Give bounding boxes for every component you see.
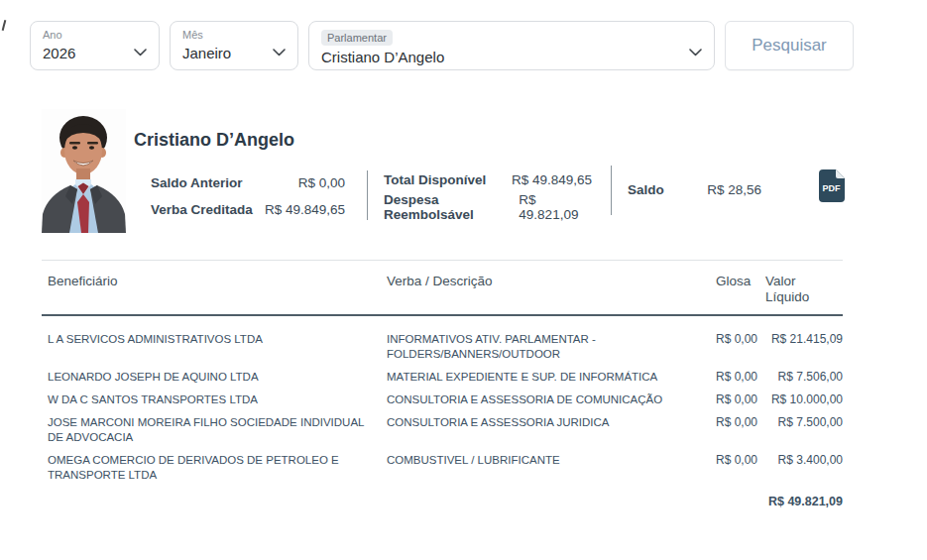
- summary-divider: [367, 170, 368, 220]
- table-row: L A SERVICOS ADMINISTRATIVOS LTDA INFORM…: [48, 328, 843, 366]
- search-button[interactable]: Pesquisar: [725, 21, 854, 70]
- filter-bar: Ano 2026 Mês Janeiro Parlamentar Cristia…: [30, 21, 854, 70]
- expense-report-page: Ano 2026 Mês Janeiro Parlamentar Cristia…: [0, 0, 927, 560]
- pdf-icon: PDF: [819, 169, 845, 202]
- month-select[interactable]: Mês Janeiro: [170, 21, 298, 70]
- saldo-anterior-value: R$ 0,00: [298, 175, 345, 190]
- cell-valor: R$ 7.506,00: [765, 370, 843, 385]
- table-row: W DA C SANTOS TRANSPORTES LTDA CONSULTOR…: [48, 389, 843, 411]
- year-select-value: 2026: [43, 44, 129, 63]
- saldo-label: Saldo: [628, 182, 664, 197]
- table-header: Beneficiário Verba / Descrição Glosa Val…: [42, 260, 843, 316]
- parliamentarian-photo: [42, 109, 126, 233]
- header-valor: Valor Líquido: [765, 274, 823, 305]
- summary-row: Verba Creditada R$ 49.849,65: [151, 196, 345, 223]
- header-beneficiario: Beneficiário: [48, 274, 387, 305]
- chevron-down-icon: [134, 43, 147, 60]
- table-row: JOSE MARCONI MOREIRA FILHO SOCIEDADE IND…: [48, 411, 843, 449]
- month-select-value: Janeiro: [182, 44, 268, 63]
- cell-glosa: R$ 0,00: [716, 370, 765, 385]
- table-body: L A SERVICOS ADMINISTRATIVOS LTDA INFORM…: [42, 316, 843, 487]
- summary-divider: [611, 166, 612, 215]
- table-total-row: R$ 49.821,09: [42, 487, 843, 508]
- summary-group-totals: Total Disponível R$ 49.849,65 Despesa Re…: [384, 167, 592, 220]
- summary-row: Saldo Anterior R$ 0,00: [151, 169, 345, 196]
- cell-beneficiario: LEONARDO JOSEPH DE AQUINO LTDA: [48, 370, 387, 385]
- expenses-table: Beneficiário Verba / Descrição Glosa Val…: [42, 260, 843, 508]
- chevron-down-icon: [273, 43, 286, 60]
- svg-text:PDF: PDF: [823, 183, 842, 193]
- cell-verba: CONSULTORIA E ASSESSORIA JURIDICA: [387, 415, 716, 430]
- verba-creditada-label: Verba Creditada: [151, 202, 253, 217]
- total-disponivel-label: Total Disponível: [384, 172, 486, 187]
- summary-group-credits: Saldo Anterior R$ 0,00 Verba Creditada R…: [151, 169, 345, 223]
- chevron-down-icon: [689, 43, 702, 60]
- cell-beneficiario: OMEGA COMERCIO DE DERIVADOS DE PETROLEO …: [48, 453, 387, 483]
- month-select-label: Mês: [182, 28, 268, 42]
- despesa-reembolsavel-label: Despesa Reembolsável: [384, 192, 519, 222]
- summary-row: Saldo R$ 28,56: [628, 176, 761, 203]
- cell-valor: R$ 10.000,00: [765, 392, 843, 407]
- cell-beneficiario: W DA C SANTOS TRANSPORTES LTDA: [48, 392, 387, 407]
- table-row: LEONARDO JOSEPH DE AQUINO LTDA MATERIAL …: [48, 366, 843, 389]
- despesa-reembolsavel-value: R$ 49.821,09: [519, 192, 592, 222]
- cell-beneficiario: JOSE MARCONI MOREIRA FILHO SOCIEDADE IND…: [48, 415, 387, 445]
- pdf-download-button[interactable]: PDF: [819, 169, 845, 202]
- year-select-label: Ano: [43, 28, 129, 42]
- year-select[interactable]: Ano 2026: [30, 21, 160, 70]
- verba-creditada-value: R$ 49.849,65: [265, 202, 345, 217]
- parliamentarian-name: Cristiano D’Angelo: [134, 130, 294, 151]
- table-total-value: R$ 49.821,09: [765, 495, 843, 508]
- cell-valor: R$ 7.500,00: [765, 415, 843, 430]
- cell-glosa: R$ 0,00: [716, 453, 765, 468]
- cell-beneficiario: L A SERVICOS ADMINISTRATIVOS LTDA: [48, 332, 387, 347]
- header-glosa: Glosa: [716, 274, 765, 305]
- cell-verba: COMBUSTIVEL / LUBRIFICANTE: [387, 453, 716, 468]
- parliamentarian-select-value: Cristiano D’Angelo: [321, 48, 684, 67]
- saldo-value: R$ 28,56: [707, 182, 761, 197]
- edge-artifact: [2, 20, 7, 31]
- cell-verba: CONSULTORIA E ASSESSORIA DE COMUNICAÇÃO: [387, 392, 716, 407]
- cell-valor: R$ 3.400,00: [765, 453, 843, 468]
- cell-verba: INFORMATIVOS ATIV. PARLAMENTAR - FOLDERS…: [387, 332, 716, 362]
- summary-group-balance: Saldo R$ 28,56: [628, 176, 761, 203]
- saldo-anterior-label: Saldo Anterior: [151, 175, 243, 190]
- table-row: OMEGA COMERCIO DE DERIVADOS DE PETROLEO …: [48, 449, 843, 487]
- cell-verba: MATERIAL EXPEDIENTE E SUP. DE INFORMÁTIC…: [387, 370, 716, 385]
- total-disponivel-value: R$ 49.849,65: [512, 172, 592, 187]
- cell-glosa: R$ 0,00: [716, 392, 765, 407]
- summary-row: Despesa Reembolsável R$ 49.821,09: [384, 193, 592, 220]
- cell-glosa: R$ 0,00: [716, 332, 765, 347]
- cell-valor: R$ 21.415,09: [765, 332, 843, 347]
- parliamentarian-select-label: Parlamentar: [321, 30, 393, 46]
- summary-row: Total Disponível R$ 49.849,65: [384, 167, 592, 193]
- header-verba: Verba / Descrição: [387, 274, 716, 305]
- parliamentarian-select[interactable]: Parlamentar Cristiano D’Angelo: [308, 21, 715, 70]
- cell-glosa: R$ 0,00: [716, 415, 765, 430]
